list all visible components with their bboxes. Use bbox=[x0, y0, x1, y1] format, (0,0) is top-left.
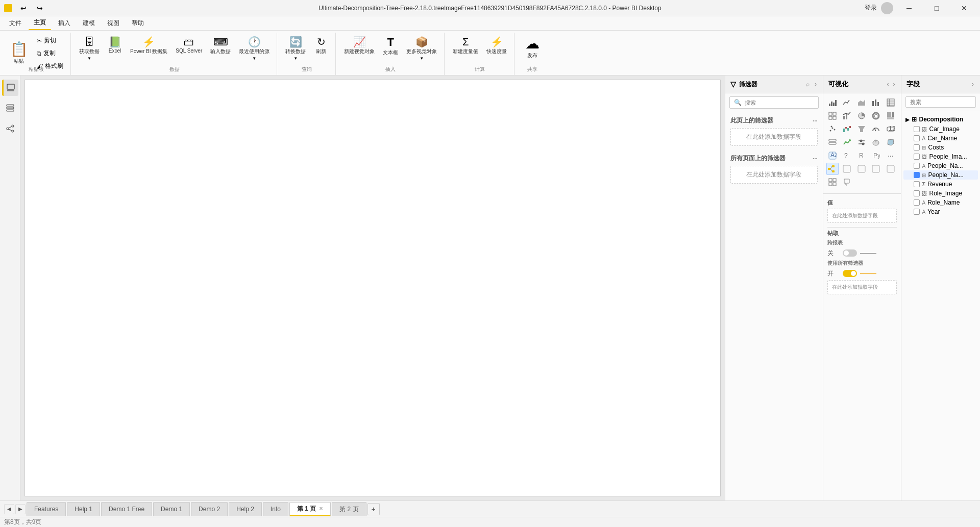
viz-format-paint[interactable] bbox=[841, 176, 853, 188]
filter-search-toggle[interactable]: ⌕ bbox=[805, 80, 811, 89]
tree-item-people-na-1[interactable]: A People_Na... bbox=[903, 161, 978, 170]
menu-view[interactable]: 视图 bbox=[102, 17, 125, 30]
transform-data-button[interactable]: 🔄 转换数据 ▼ bbox=[282, 35, 309, 63]
all-filters-toggle-track[interactable] bbox=[843, 270, 857, 277]
refresh-button[interactable]: ↻ 刷新 bbox=[311, 35, 331, 57]
paste-button[interactable]: 📋 粘贴 bbox=[6, 40, 32, 67]
tab-page1-close[interactable]: ✕ bbox=[319, 506, 323, 511]
all-pages-filter-dropzone[interactable]: 在此处添加数据字段 bbox=[730, 166, 818, 184]
viz-slicer[interactable] bbox=[855, 136, 868, 148]
cut-button[interactable]: ✂剪切 bbox=[34, 35, 66, 46]
excel-button[interactable]: 📗 Excel bbox=[105, 35, 125, 56]
nav-report[interactable] bbox=[2, 80, 18, 96]
cross-report-toggle-track[interactable] bbox=[843, 249, 857, 257]
viz-azure-map[interactable]: Az bbox=[826, 149, 839, 162]
viz-grid-toggle[interactable] bbox=[826, 176, 839, 188]
nav-data[interactable] bbox=[2, 100, 18, 116]
viz-custom-5[interactable] bbox=[885, 163, 897, 175]
minimize-button[interactable]: ─ bbox=[897, 0, 921, 16]
viz-qanda[interactable]: ? bbox=[841, 149, 853, 162]
viz-combo-chart[interactable] bbox=[841, 110, 853, 122]
fields-expand-arrow[interactable]: › bbox=[971, 80, 975, 89]
viz-multirow-card[interactable] bbox=[826, 136, 839, 148]
viz-python[interactable]: Py bbox=[870, 149, 882, 162]
checkbox-car-name[interactable] bbox=[914, 135, 920, 141]
tree-item-car-image[interactable]: 🖼 Car_Image bbox=[903, 124, 978, 134]
fields-search-input[interactable] bbox=[905, 96, 976, 108]
viz-table[interactable] bbox=[885, 96, 897, 109]
checkbox-revenue[interactable] bbox=[914, 181, 920, 187]
recent-sources-button[interactable]: 🕐 最近使用的源 ▼ bbox=[236, 35, 273, 63]
viz-custom-3[interactable] bbox=[855, 163, 868, 175]
viz-gauge[interactable] bbox=[870, 123, 882, 135]
viz-decomposition-tree[interactable] bbox=[826, 163, 839, 175]
maximize-button[interactable]: □ bbox=[925, 0, 948, 16]
canvas[interactable] bbox=[24, 80, 721, 496]
tree-item-year[interactable]: A Year bbox=[903, 207, 978, 216]
drillthrough-dropzone[interactable]: 在此处添加轴取字段 bbox=[827, 280, 897, 294]
publish-button[interactable]: ☁ 发布 bbox=[520, 35, 545, 61]
input-data-button[interactable]: ⌨ 输入数据 bbox=[207, 35, 234, 57]
page-nav-right[interactable]: ▶ bbox=[15, 504, 26, 514]
tab-page2[interactable]: 第 2 页 bbox=[332, 502, 366, 516]
checkbox-people-na-1[interactable] bbox=[914, 163, 920, 169]
tree-item-people-na-2[interactable]: ⊞ People_Na... bbox=[903, 170, 978, 180]
viz-custom-2[interactable] bbox=[841, 163, 853, 175]
viz-filled-map[interactable] bbox=[885, 136, 897, 148]
all-pages-filter-more[interactable]: ··· bbox=[813, 155, 818, 162]
new-measure-button[interactable]: Σ 新建度量值 bbox=[450, 35, 481, 57]
on-page-filter-more[interactable]: ··· bbox=[813, 117, 818, 124]
viz-collapse-arrow[interactable]: › bbox=[892, 80, 896, 89]
tab-help1[interactable]: Help 1 bbox=[67, 502, 100, 516]
textbox-button[interactable]: T 文本框 bbox=[380, 35, 401, 58]
viz-donut-chart[interactable] bbox=[870, 110, 882, 122]
menu-home[interactable]: 主页 bbox=[29, 16, 51, 30]
quick-measure-button[interactable]: ⚡ 快速度量 bbox=[483, 35, 510, 57]
powerbi-dataset-button[interactable]: ⚡ Power BI 数据集 bbox=[127, 35, 170, 57]
new-visual-button[interactable]: 📈 新建视觉对象 bbox=[341, 35, 378, 57]
menu-model[interactable]: 建模 bbox=[78, 17, 100, 30]
tab-help2[interactable]: Help 2 bbox=[229, 502, 262, 516]
viz-funnel[interactable] bbox=[855, 123, 868, 135]
viz-expand-arrow[interactable]: ‹ bbox=[886, 80, 890, 89]
viz-r-visual[interactable]: R bbox=[855, 149, 868, 162]
viz-line-chart[interactable] bbox=[841, 96, 853, 109]
viz-bar-chart[interactable] bbox=[826, 96, 839, 109]
viz-matrix[interactable] bbox=[826, 110, 839, 122]
on-page-filter-dropzone[interactable]: 在此处添加数据字段 bbox=[730, 128, 818, 146]
nav-model[interactable] bbox=[2, 120, 18, 137]
checkbox-people-na-2[interactable] bbox=[914, 172, 920, 178]
viz-custom-4[interactable] bbox=[870, 163, 882, 175]
user-avatar[interactable] bbox=[881, 2, 893, 14]
tree-item-revenue[interactable]: Σ Revenue bbox=[903, 180, 978, 189]
add-page-button[interactable]: + bbox=[368, 503, 380, 515]
tab-features[interactable]: Features bbox=[27, 502, 66, 516]
viz-waterfall[interactable] bbox=[841, 123, 853, 135]
tab-demo1[interactable]: Demo 1 bbox=[153, 502, 190, 516]
tree-item-role-name[interactable]: A Role_Name bbox=[903, 198, 978, 207]
viz-pie-chart[interactable] bbox=[855, 110, 868, 122]
checkbox-costs[interactable] bbox=[914, 144, 920, 150]
viz-area-chart[interactable] bbox=[855, 96, 868, 109]
login-label[interactable]: 登录 bbox=[865, 4, 877, 12]
filter-search-input[interactable] bbox=[745, 99, 814, 106]
copy-button[interactable]: ⧉复制 bbox=[34, 47, 66, 59]
viz-scatter[interactable] bbox=[826, 123, 839, 135]
viz-kpi[interactable] bbox=[841, 136, 853, 148]
checkbox-role-name[interactable] bbox=[914, 199, 920, 206]
filter-collapse-arrow[interactable]: › bbox=[814, 80, 818, 89]
page-nav-left[interactable]: ◀ bbox=[4, 504, 14, 514]
checkbox-role-image[interactable] bbox=[914, 190, 920, 196]
viz-card[interactable]: 123 bbox=[885, 123, 897, 135]
tree-item-people-image[interactable]: 🖼 People_Ima... bbox=[903, 152, 978, 161]
tree-item-car-name[interactable]: A Car_Name bbox=[903, 134, 978, 143]
sql-button[interactable]: 🗃 SQL Server bbox=[173, 35, 205, 56]
tree-item-role-image[interactable]: 🖼 Role_Image bbox=[903, 189, 978, 198]
tab-info[interactable]: Info bbox=[263, 502, 288, 516]
checkbox-people-image[interactable] bbox=[914, 154, 920, 160]
get-data-button[interactable]: 🗄 获取数据 ▼ bbox=[76, 35, 103, 63]
menu-file[interactable]: 文件 bbox=[4, 17, 27, 30]
decomposition-group-header[interactable]: ▶ ⊞ Decomposition bbox=[903, 114, 978, 124]
redo-button[interactable]: ↪ bbox=[33, 1, 47, 15]
checkbox-year[interactable] bbox=[914, 209, 920, 215]
